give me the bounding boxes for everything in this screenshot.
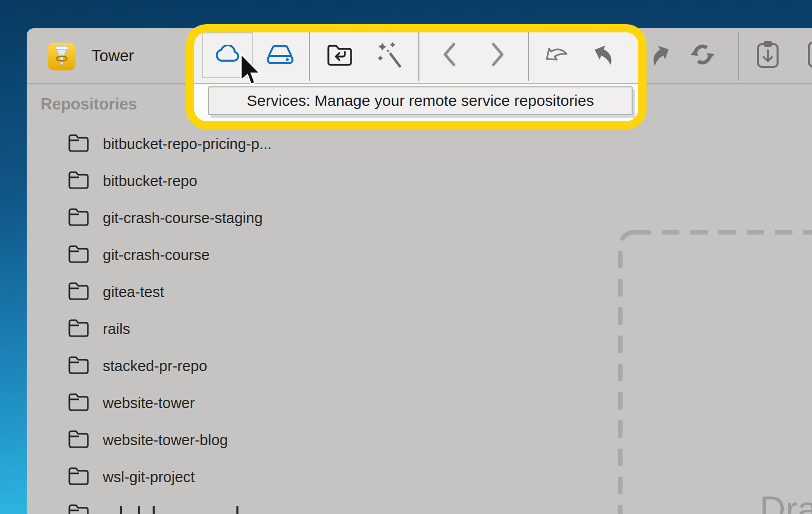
sidebar-item-repo[interactable]: bitbucket-repo — [62, 162, 349, 199]
sidebar-item-repo[interactable]: website-tower-blog — [62, 421, 349, 458]
folder-icon — [68, 134, 89, 154]
folder-icon — [68, 319, 89, 339]
sync-icon — [689, 41, 716, 70]
folder-icon — [68, 282, 89, 302]
repositories-header: Repositories — [41, 95, 137, 114]
folder-icon — [68, 504, 89, 514]
repo-name: rails — [103, 321, 130, 338]
mouse-cursor — [240, 53, 263, 88]
repo-name: website-tower-blog — [103, 432, 228, 449]
sidebar-item-repo[interactable]: stacked-pr-repo — [62, 347, 349, 384]
sync-button[interactable] — [687, 32, 718, 78]
sidebar-item-repo[interactable]: gitea-test — [62, 273, 349, 310]
dropzone-hint-text: Dra — [760, 491, 812, 514]
clipped-text-fragment — [153, 506, 155, 514]
clipboard-download-icon — [754, 39, 781, 72]
clipped-text-fragment — [236, 506, 238, 514]
folder-icon — [68, 467, 89, 487]
repo-name: bitbucket-repo-pricing-p... — [103, 136, 272, 153]
folder-icon — [68, 208, 89, 228]
redo-filled-icon — [648, 43, 674, 68]
sidebar-item-repo[interactable]: wsl-git-project — [62, 458, 349, 495]
toolbar-separator — [738, 31, 739, 81]
clipped-text-fragment — [120, 506, 122, 514]
repo-name: bitbucket-repo — [103, 173, 197, 190]
folder-icon — [68, 171, 89, 191]
repo-name: git-crash-course — [103, 247, 210, 264]
sidebar-item-repo[interactable]: rails — [62, 310, 349, 347]
repo-name: website-tower — [103, 395, 195, 412]
folder-icon — [68, 430, 89, 450]
partial-toolbar-icon[interactable] — [808, 32, 812, 78]
repo-name: git-crash-course-staging — [103, 210, 263, 227]
repo-name: gitea-test — [103, 284, 164, 301]
folder-icon — [68, 393, 89, 413]
clipped-text-fragment — [138, 506, 140, 514]
sidebar-item-repo-partial[interactable] — [62, 495, 349, 514]
tower-app-icon — [48, 43, 76, 70]
clipped-icon — [808, 40, 812, 71]
folder-icon — [68, 245, 89, 265]
app-title: Tower — [91, 47, 134, 65]
redo-button[interactable] — [645, 32, 677, 78]
repo-name: wsl-git-project — [103, 469, 195, 486]
sidebar-item-repo[interactable]: git-crash-course-staging — [62, 199, 349, 236]
sidebar-item-repo[interactable]: website-tower — [62, 384, 349, 421]
sidebar-item-repo[interactable]: git-crash-course — [62, 236, 349, 273]
repo-name: stacked-pr-repo — [103, 358, 207, 375]
stash-button[interactable] — [750, 32, 785, 78]
folder-icon — [68, 356, 89, 376]
sidebar-item-repo[interactable]: bitbucket-repo-pricing-p... — [62, 125, 349, 162]
